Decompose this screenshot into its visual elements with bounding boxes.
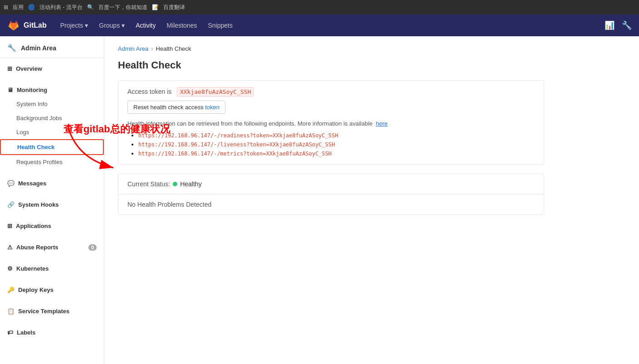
nav-milestones[interactable]: Milestones: [162, 19, 202, 32]
sidebar-section-applications: ⊞ Applications: [0, 215, 104, 237]
status-indicator: [173, 182, 177, 186]
sidebar-section-overview: ⊞ Overview: [0, 58, 104, 79]
abuse-reports-badge: 0: [88, 244, 97, 251]
navbar: GitLab Projects ▾ Groups ▾ Activity Mile…: [0, 15, 639, 36]
sidebar-header: 🔧 Admin Area: [0, 36, 104, 58]
sidebar-item-deploy-keys[interactable]: 🔑 Deploy Keys: [0, 283, 104, 297]
grid-icon: ⊞: [4, 4, 8, 10]
baidu-icon: 🔍: [87, 4, 94, 10]
sidebar-item-applications[interactable]: ⊞ Applications: [0, 219, 104, 233]
key-icon: 🔑: [7, 286, 15, 293]
endpoints-description: Health information can be retrieved from…: [127, 120, 535, 127]
sidebar-title: Admin Area: [21, 44, 56, 52]
sidebar-section-system-hooks: 🔗 System Hooks: [0, 194, 104, 215]
chevron-down-icon: ▾: [85, 22, 88, 29]
browser-app-icons: ⊞ 应用 🌀 活动列表 - 流平台 🔍 百度一下，你就知道 📝 百度翻译: [4, 4, 185, 11]
sidebar-item-health-check[interactable]: Health Check: [0, 139, 104, 155]
wrench-icon[interactable]: 🔧: [622, 20, 632, 30]
kubernetes-icon: ⚙: [7, 265, 13, 272]
sidebar-section-kubernetes: ⚙ Kubernetes: [0, 258, 104, 279]
chevron-down-icon-2: ▾: [122, 22, 125, 29]
endpoint-list: https://192.168.96.147/-/readiness?token…: [127, 131, 535, 157]
sidebar-item-background-jobs[interactable]: Background Jobs: [0, 111, 104, 125]
chat-icon: 💬: [7, 180, 15, 187]
sidebar-item-messages[interactable]: 💬 Messages: [0, 176, 104, 190]
list-item: https://192.168.96.147/-/metrics?token=X…: [138, 150, 535, 157]
access-token-box: Access token is XXkjae8fuAzASoyC_SSH Res…: [118, 80, 544, 165]
browser-bar: ⊞ 应用 🌀 活动列表 - 流平台 🔍 百度一下，你就知道 📝 百度翻译: [0, 0, 639, 15]
layout: 🔧 Admin Area ⊞ Overview 🖥 Monitoring Sys…: [0, 36, 639, 364]
sidebar-section-abuse-reports: ⚠ Abuse Reports 0: [0, 237, 104, 258]
breadcrumb-parent-link[interactable]: Admin Area: [118, 45, 148, 52]
nav-projects[interactable]: Projects ▾: [56, 19, 93, 32]
label-icon: 🏷: [7, 329, 13, 336]
status-box: Current Status: Healthy No Health Proble…: [118, 174, 544, 215]
sidebar-item-logs[interactable]: Logs: [0, 125, 104, 139]
endpoint-metrics-link[interactable]: https://192.168.96.147/-/metrics?token=X…: [138, 150, 332, 157]
status-label: Current Status:: [127, 180, 170, 188]
breadcrumb-separator: ›: [151, 45, 153, 52]
access-token-label: Access token is: [127, 88, 171, 95]
wrench-sidebar-icon: 🔧: [7, 44, 16, 52]
brand-label: GitLab: [24, 21, 47, 29]
status-header: Current Status: Healthy: [118, 174, 544, 194]
navbar-brand[interactable]: GitLab: [7, 19, 47, 32]
access-token-line: Access token is XXkjae8fuAzASoyC_SSH: [127, 88, 535, 95]
status-value: Healthy: [180, 180, 201, 188]
grid-sidebar-icon: ⊞: [7, 65, 12, 72]
nav-groups[interactable]: Groups ▾: [94, 19, 129, 32]
reset-btn-token-word: token: [205, 104, 220, 111]
navbar-nav: Projects ▾ Groups ▾ Activity Milestones …: [56, 19, 237, 32]
sidebar-section-service-templates: 📋 Service Templates: [0, 301, 104, 322]
reset-token-button[interactable]: Reset health check access token: [127, 101, 225, 114]
breadcrumb-current: Health Check: [156, 45, 191, 52]
main-content: Admin Area › Health Check Health Check A…: [104, 36, 639, 364]
nav-activity[interactable]: Activity: [131, 19, 160, 32]
endpoint-readiness-link[interactable]: https://192.168.96.147/-/readiness?token…: [138, 132, 338, 139]
endpoints-more-link[interactable]: here: [376, 120, 388, 127]
breadcrumb: Admin Area › Health Check: [118, 45, 544, 52]
endpoint-liveness-link[interactable]: https://192.168.96.147/-/liveness?token=…: [138, 141, 335, 148]
abuse-icon: ⚠: [7, 244, 13, 251]
sidebar-item-service-templates[interactable]: 📋 Service Templates: [0, 304, 104, 318]
sidebar-item-kubernetes[interactable]: ⚙ Kubernetes: [0, 262, 104, 276]
sidebar-item-system-info[interactable]: System Info: [0, 97, 104, 111]
access-token-value: XXkjae8fuAzASoyC_SSH: [177, 87, 254, 97]
app-label-3[interactable]: 百度一下，你就知道: [98, 4, 147, 11]
list-item: https://192.168.96.147/-/liveness?token=…: [138, 141, 535, 148]
list-item: https://192.168.96.147/-/readiness?token…: [138, 131, 535, 139]
translate-icon: 📝: [152, 4, 159, 10]
status-body: No Health Problems Detected: [118, 194, 544, 214]
monitor-icon: 🖥: [7, 87, 13, 93]
navbar-icons: 📊 🔧: [605, 20, 632, 30]
service-icon: 📋: [7, 308, 15, 315]
sidebar-section-monitoring: 🖥 Monitoring System Info Background Jobs…: [0, 79, 104, 173]
apps-icon: ⊞: [7, 223, 12, 229]
sidebar-item-abuse-reports[interactable]: ⚠ Abuse Reports 0: [0, 240, 104, 254]
hook-icon: 🔗: [7, 201, 15, 208]
sidebar-section-messages: 💬 Messages: [0, 173, 104, 194]
app-label-1[interactable]: 应用: [13, 4, 24, 11]
chart-icon[interactable]: 📊: [605, 20, 615, 30]
sidebar-section-deploy-keys: 🔑 Deploy Keys: [0, 279, 104, 301]
page-title: Health Check: [118, 59, 544, 71]
sidebar-item-monitoring[interactable]: 🖥 Monitoring: [0, 83, 104, 97]
sidebar-item-labels[interactable]: 🏷 Labels: [0, 325, 104, 340]
activity-icon: 🌀: [28, 4, 35, 10]
gitlab-logo: [7, 19, 20, 32]
main-inner: Admin Area › Health Check Health Check A…: [104, 36, 558, 224]
nav-snippets[interactable]: Snippets: [203, 19, 237, 32]
app-label-4[interactable]: 百度翻译: [163, 4, 185, 11]
sidebar-section-labels: 🏷 Labels: [0, 322, 104, 343]
sidebar-item-requests-profiles[interactable]: Requests Profiles: [0, 155, 104, 169]
app-label-2[interactable]: 活动列表 - 流平台: [39, 4, 83, 11]
sidebar: 🔧 Admin Area ⊞ Overview 🖥 Monitoring Sys…: [0, 36, 104, 364]
sidebar-item-system-hooks[interactable]: 🔗 System Hooks: [0, 198, 104, 212]
sidebar-item-overview[interactable]: ⊞ Overview: [0, 62, 104, 76]
